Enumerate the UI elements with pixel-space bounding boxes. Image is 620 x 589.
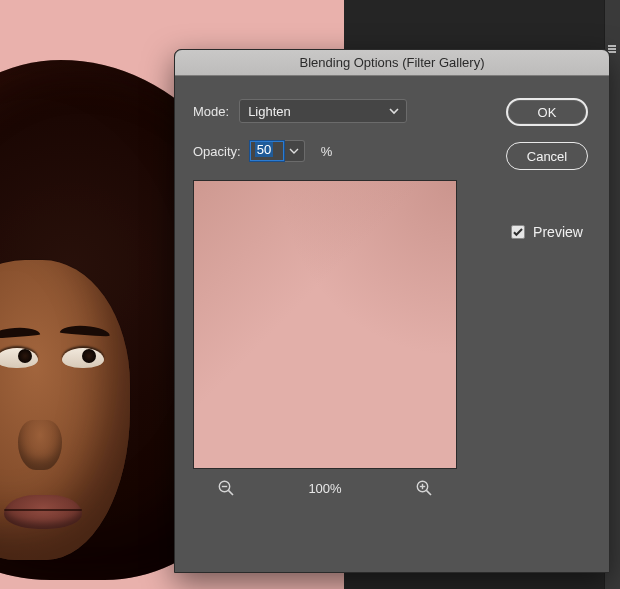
- ok-button[interactable]: OK: [506, 98, 588, 126]
- mode-select[interactable]: Lighten: [239, 99, 407, 123]
- effect-preview[interactable]: [193, 180, 457, 469]
- svg-line-4: [426, 490, 431, 495]
- dialog-title: Blending Options (Filter Gallery): [300, 55, 485, 70]
- mode-value: Lighten: [248, 104, 291, 119]
- chevron-down-icon: [289, 146, 299, 156]
- opacity-label: Opacity:: [193, 144, 241, 159]
- checkbox-checked-icon: [511, 225, 525, 239]
- opacity-unit: %: [321, 144, 333, 159]
- opacity-stepper[interactable]: [285, 140, 305, 162]
- zoom-in-icon: [415, 479, 433, 497]
- ok-label: OK: [538, 105, 557, 120]
- preview-toggle[interactable]: Preview: [511, 224, 583, 240]
- photo-eye: [62, 348, 104, 368]
- cancel-button[interactable]: Cancel: [506, 142, 588, 170]
- zoom-level: 100%: [308, 481, 341, 496]
- photo-eye: [0, 348, 38, 368]
- photo-lips: [4, 495, 82, 529]
- opacity-value: 50: [255, 142, 273, 157]
- chevron-down-icon: [388, 105, 400, 117]
- blending-options-dialog: Blending Options (Filter Gallery) Mode: …: [174, 49, 610, 573]
- zoom-out-icon: [217, 479, 235, 497]
- opacity-input[interactable]: 50: [249, 140, 285, 162]
- mode-label: Mode:: [193, 104, 229, 119]
- zoom-in-button[interactable]: [413, 477, 435, 499]
- dialog-titlebar[interactable]: Blending Options (Filter Gallery): [175, 50, 609, 76]
- zoom-out-button[interactable]: [215, 477, 237, 499]
- preview-label: Preview: [533, 224, 583, 240]
- photo-nose: [18, 420, 62, 470]
- app-viewport: Blending Options (Filter Gallery) Mode: …: [0, 0, 620, 589]
- svg-line-1: [228, 490, 233, 495]
- cancel-label: Cancel: [527, 149, 567, 164]
